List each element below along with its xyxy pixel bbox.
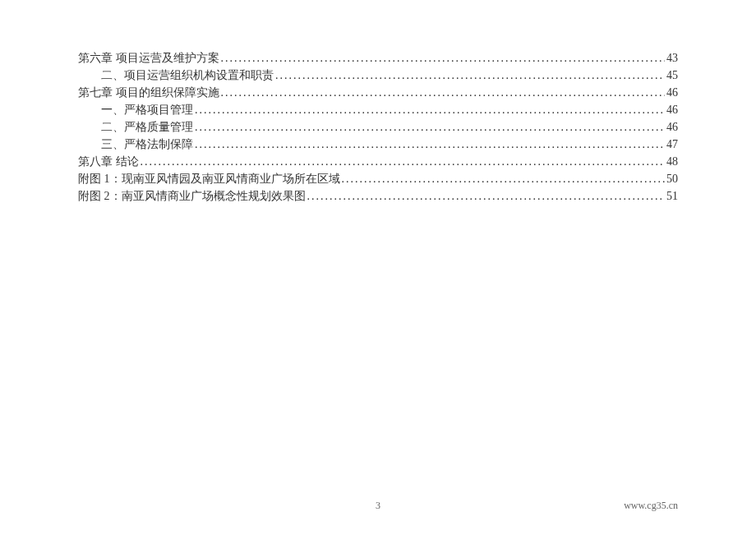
- toc-leader-dots: [195, 118, 665, 136]
- page-number: 3: [376, 500, 380, 512]
- toc-entry: 二、项目运营组织机构设置和职责45: [78, 67, 678, 84]
- toc-entry: 第六章 项目运营及维护方案43: [78, 49, 678, 67]
- toc-label: 第七章 项目的组织保障实施: [78, 84, 219, 101]
- toc-page-number: 46: [666, 84, 678, 101]
- toc-label: 一、严格项目管理: [101, 101, 193, 118]
- toc-entry: 第七章 项目的组织保障实施46: [78, 84, 678, 101]
- toc-label: 二、严格质量管理: [101, 118, 193, 136]
- toc-entry: 附图 1：现南亚风情园及南亚风情商业广场所在区域50: [78, 170, 678, 187]
- page-footer: 3 www.cg35.cn: [0, 500, 756, 512]
- toc-page-number: 45: [666, 67, 678, 84]
- toc-label: 第八章 结论: [78, 153, 139, 170]
- toc-entry: 第八章 结论48: [78, 153, 678, 170]
- toc-page-number: 51: [666, 187, 678, 205]
- toc-label: 第六章 项目运营及维护方案: [78, 49, 219, 67]
- toc-leader-dots: [342, 170, 666, 187]
- toc-page-number: 46: [666, 101, 678, 118]
- toc-leader-dots: [307, 187, 666, 205]
- toc-page-number: 43: [666, 49, 678, 67]
- table-of-contents: 第六章 项目运营及维护方案43二、项目运营组织机构设置和职责45第七章 项目的组…: [78, 49, 678, 205]
- toc-label: 附图 1：现南亚风情园及南亚风情商业广场所在区域: [78, 170, 340, 187]
- toc-entry: 一、严格项目管理46: [78, 101, 678, 118]
- toc-page-number: 47: [666, 136, 678, 153]
- toc-entry: 附图 2：南亚风情商业广场概念性规划效果图51: [78, 187, 678, 205]
- toc-leader-dots: [195, 101, 665, 118]
- toc-label: 附图 2：南亚风情商业广场概念性规划效果图: [78, 187, 306, 205]
- toc-entry: 三、严格法制保障47: [78, 136, 678, 153]
- toc-leader-dots: [221, 49, 666, 67]
- toc-entry: 二、严格质量管理46: [78, 118, 678, 136]
- toc-label: 二、项目运营组织机构设置和职责: [101, 67, 274, 84]
- footer-url: www.cg35.cn: [624, 500, 678, 512]
- toc-leader-dots: [141, 153, 666, 170]
- toc-leader-dots: [275, 67, 665, 84]
- toc-label: 三、严格法制保障: [101, 136, 193, 153]
- toc-page-number: 48: [666, 153, 678, 170]
- toc-page-number: 50: [666, 170, 678, 187]
- toc-leader-dots: [221, 84, 666, 101]
- toc-page-number: 46: [666, 118, 678, 136]
- toc-leader-dots: [195, 136, 665, 153]
